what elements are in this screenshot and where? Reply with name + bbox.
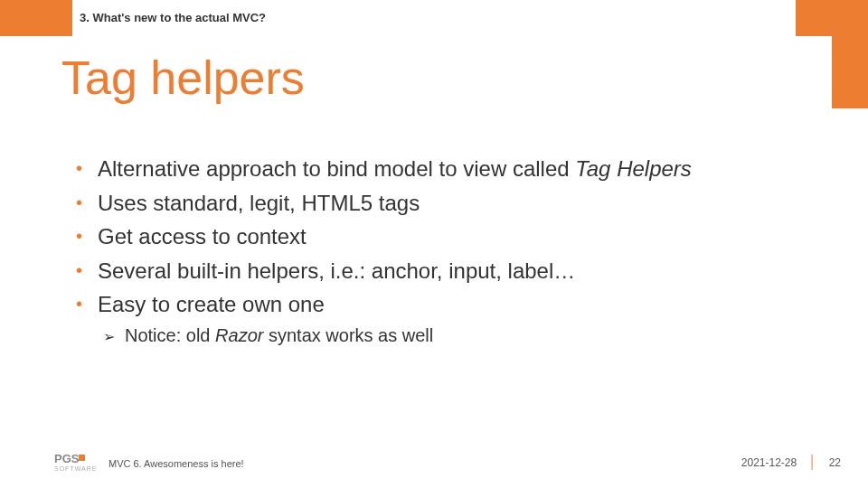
section-label: 3. What's new to the actual MVC? xyxy=(80,11,266,24)
bullet-text: Alternative approach to bind model to vi… xyxy=(98,156,575,181)
slide: 3. What's new to the actual MVC? Tag hel… xyxy=(0,0,868,488)
decoration-top-right-a xyxy=(796,0,868,36)
logo: PGS SOFTWARE xyxy=(54,453,97,472)
list-item: Alternative approach to bind model to vi… xyxy=(71,154,814,184)
logo-text: PGS xyxy=(54,452,79,465)
sub-text-emphasis: Razor xyxy=(215,325,263,345)
separator-icon: │ xyxy=(809,455,817,469)
sub-text: Notice: old xyxy=(125,325,215,345)
logo-subtext: SOFTWARE xyxy=(54,465,97,472)
decoration-top-right-b xyxy=(832,36,868,108)
sub-text: syntax works as well xyxy=(263,325,433,345)
list-item: Several built-in helpers, i.e.: anchor, … xyxy=(71,256,814,286)
footer-meta: 2021-12-28 │ 22 xyxy=(741,455,841,469)
list-item: Easy to create own one xyxy=(71,289,814,320)
bullet-text-emphasis: Tag Helpers xyxy=(575,156,692,181)
logo-square-icon xyxy=(79,455,85,461)
sub-list-item: Notice: old Razor syntax works as well xyxy=(71,325,814,346)
footer-date: 2021-12-28 xyxy=(741,456,797,469)
page-title: Tag helpers xyxy=(61,51,305,105)
list-item: Get access to context xyxy=(71,221,814,252)
content-area: Alternative approach to bind model to vi… xyxy=(71,154,814,346)
decoration-top-left xyxy=(0,0,72,36)
footer-page-number: 22 xyxy=(829,456,841,469)
list-item: Uses standard, legit, HTML5 tags xyxy=(71,188,814,219)
footer-tagline: MVC 6. Awesomeness is here! xyxy=(108,458,244,469)
footer: PGS SOFTWARE MVC 6. Awesomeness is here!… xyxy=(0,450,868,472)
